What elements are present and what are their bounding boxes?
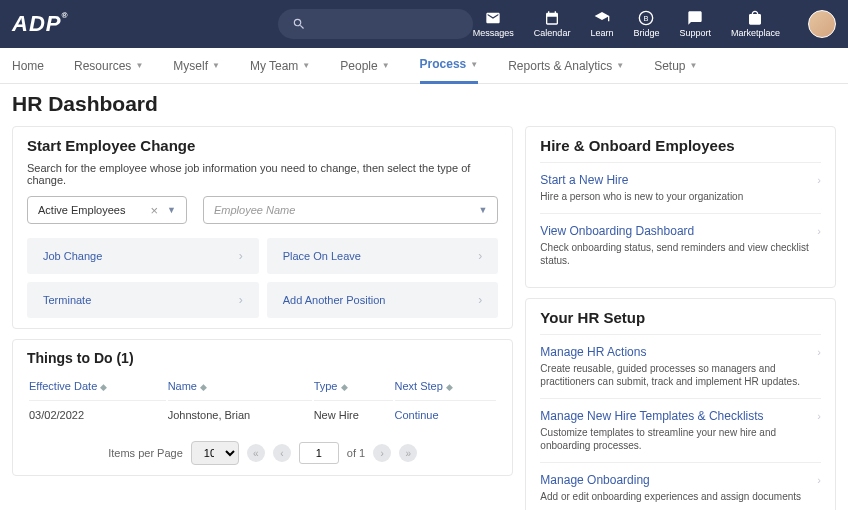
- card-title: Start Employee Change: [27, 137, 498, 154]
- chevron-right-icon: ›: [478, 293, 482, 307]
- chevron-down-icon: ▼: [478, 205, 487, 215]
- continue-link[interactable]: Continue: [395, 400, 497, 429]
- nav-process[interactable]: Process▼: [420, 48, 479, 84]
- employee-name-select[interactable]: Employee Name ▼: [203, 196, 498, 224]
- top-icons: Messages Calendar Learn BBridge Support …: [473, 10, 836, 38]
- nav-myteam[interactable]: My Team▼: [250, 48, 310, 84]
- next-page-button[interactable]: ›: [373, 444, 391, 462]
- messages-icon[interactable]: Messages: [473, 10, 514, 38]
- things-to-do-card: Things to Do (1) Effective Date ◆ Name ◆…: [12, 339, 513, 476]
- brand-logo[interactable]: ADP®: [12, 11, 68, 37]
- navbar: Home Resources▼ Myself▼ My Team▼ People▼…: [0, 48, 848, 84]
- chevron-right-icon: ›: [817, 410, 821, 422]
- page-title: HR Dashboard: [0, 84, 848, 116]
- chevron-right-icon: ›: [817, 174, 821, 186]
- manage-templates-item[interactable]: Manage New Hire Templates & Checklists› …: [540, 398, 821, 462]
- col-effective-date[interactable]: Effective Date ◆: [29, 374, 166, 398]
- page-size-select[interactable]: 10: [191, 441, 239, 465]
- clear-icon[interactable]: ×: [150, 203, 158, 218]
- card-title: Hire & Onboard Employees: [540, 137, 821, 154]
- items-per-page-label: Items per Page: [108, 447, 183, 459]
- start-new-hire-item[interactable]: Start a New Hire› Hire a person who is n…: [540, 162, 821, 213]
- first-page-button[interactable]: «: [247, 444, 265, 462]
- calendar-icon[interactable]: Calendar: [534, 10, 571, 38]
- employee-filter-select[interactable]: Active Employees × ▼: [27, 196, 187, 224]
- view-onboarding-dashboard-item[interactable]: View Onboarding Dashboard› Check onboard…: [540, 213, 821, 277]
- chevron-down-icon: ▼: [135, 61, 143, 70]
- chevron-right-icon: ›: [817, 225, 821, 237]
- start-employee-change-card: Start Employee Change Search for the emp…: [12, 126, 513, 329]
- chevron-right-icon: ›: [239, 293, 243, 307]
- sort-icon: ◆: [200, 382, 207, 392]
- learn-icon[interactable]: Learn: [590, 10, 613, 38]
- nav-setup[interactable]: Setup▼: [654, 48, 697, 84]
- col-type[interactable]: Type ◆: [314, 374, 393, 398]
- nav-home[interactable]: Home: [12, 48, 44, 84]
- chevron-right-icon: ›: [239, 249, 243, 263]
- card-title: Your HR Setup: [540, 309, 821, 326]
- cell-date: 03/02/2022: [29, 400, 166, 429]
- manage-onboarding-item[interactable]: Manage Onboarding› Add or edit onboardin…: [540, 462, 821, 510]
- svg-text:B: B: [644, 14, 649, 23]
- table-row: 03/02/2022 Johnstone, Brian New Hire Con…: [29, 400, 496, 429]
- card-title: Things to Do (1): [27, 350, 498, 366]
- cell-name: Johnstone, Brian: [168, 400, 312, 429]
- topbar: ADP® Messages Calendar Learn BBridge Sup…: [0, 0, 848, 48]
- chevron-down-icon: ▼: [470, 60, 478, 69]
- chevron-down-icon: ▼: [212, 61, 220, 70]
- chevron-right-icon: ›: [817, 474, 821, 486]
- chevron-down-icon: ▼: [302, 61, 310, 70]
- chevron-down-icon: ▼: [382, 61, 390, 70]
- sort-icon: ◆: [341, 382, 348, 392]
- prev-page-button[interactable]: ‹: [273, 444, 291, 462]
- avatar[interactable]: [808, 10, 836, 38]
- add-position-button[interactable]: Add Another Position›: [267, 282, 499, 318]
- place-on-leave-button[interactable]: Place On Leave›: [267, 238, 499, 274]
- card-instruction: Search for the employee whose job inform…: [27, 162, 498, 186]
- chevron-down-icon: ▼: [167, 205, 176, 215]
- page-input[interactable]: [299, 442, 339, 464]
- hr-setup-card: Your HR Setup Manage HR Actions› Create …: [525, 298, 836, 510]
- col-name[interactable]: Name ◆: [168, 374, 312, 398]
- terminate-button[interactable]: Terminate›: [27, 282, 259, 318]
- search-input[interactable]: [278, 9, 472, 39]
- bridge-icon[interactable]: BBridge: [633, 10, 659, 38]
- nav-myself[interactable]: Myself▼: [173, 48, 220, 84]
- nav-reports[interactable]: Reports & Analytics▼: [508, 48, 624, 84]
- chevron-right-icon: ›: [478, 249, 482, 263]
- marketplace-icon[interactable]: Marketplace: [731, 10, 780, 38]
- chevron-right-icon: ›: [817, 346, 821, 358]
- manage-hr-actions-item[interactable]: Manage HR Actions› Create reusable, guid…: [540, 334, 821, 398]
- sort-icon: ◆: [446, 382, 453, 392]
- sort-icon: ◆: [100, 382, 107, 392]
- support-icon[interactable]: Support: [679, 10, 711, 38]
- hire-onboard-card: Hire & Onboard Employees Start a New Hir…: [525, 126, 836, 288]
- chevron-down-icon: ▼: [616, 61, 624, 70]
- chevron-down-icon: ▼: [690, 61, 698, 70]
- nav-people[interactable]: People▼: [340, 48, 389, 84]
- nav-resources[interactable]: Resources▼: [74, 48, 143, 84]
- search-icon: [292, 17, 306, 31]
- page-of-label: of 1: [347, 447, 365, 459]
- pagination: Items per Page 10 « ‹ of 1 › »: [27, 441, 498, 465]
- things-table: Effective Date ◆ Name ◆ Type ◆ Next Step…: [27, 372, 498, 431]
- cell-type: New Hire: [314, 400, 393, 429]
- last-page-button[interactable]: »: [399, 444, 417, 462]
- col-next-step[interactable]: Next Step ◆: [395, 374, 497, 398]
- job-change-button[interactable]: Job Change›: [27, 238, 259, 274]
